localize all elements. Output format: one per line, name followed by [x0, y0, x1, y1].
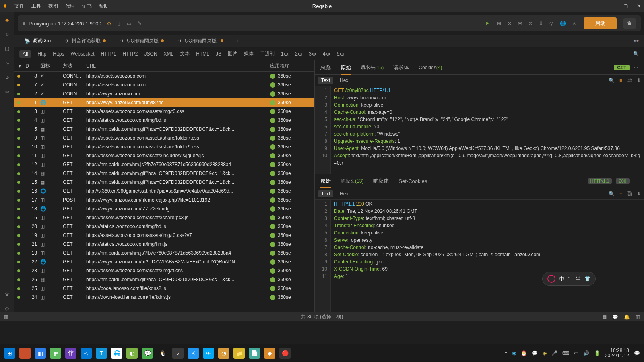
start-icon[interactable]: ⊞	[4, 348, 15, 359]
filter-search-icon[interactable]: 🔍	[633, 51, 639, 57]
launch-button[interactable]: 启动	[584, 17, 617, 29]
taskbar-app-9[interactable]: ◔	[218, 348, 229, 359]
explorer-icon[interactable]: 📁	[233, 348, 245, 359]
rail-history-icon[interactable]: ↺	[5, 75, 9, 80]
resp-wrap-icon[interactable]: ≡	[619, 191, 622, 197]
tab-resp-headers[interactable]: 响应头(13)	[341, 174, 363, 188]
capture-tab-2[interactable]: ✈QQ邮箱网页版	[114, 35, 170, 47]
menu-help[interactable]: 帮助	[99, 3, 109, 10]
wrap-icon[interactable]: ≡	[619, 78, 622, 83]
status-layout-icon[interactable]: ▥	[636, 314, 640, 320]
table-row[interactable]: 15▦GEThttps://hm.baidu.com/hm.gif?hca=CE…	[14, 178, 314, 187]
table-row[interactable]: 21◫GEThttps://statics.woozooo.com/img/hm…	[14, 240, 314, 249]
table-row[interactable]: 9◫GEThttps://assets.woozooo.com/assets/s…	[14, 134, 314, 142]
tray-volume-icon[interactable]: 🔊	[583, 350, 589, 356]
ime-lang[interactable]: 中	[559, 276, 564, 282]
table-row[interactable]: 26▦GEThttps://hm.baidu.com/hm.gif?hca=CE…	[14, 275, 314, 284]
filter-icon[interactable]: ✕	[508, 21, 512, 26]
vscode-icon[interactable]: ≺	[80, 348, 92, 359]
tab-raw[interactable]: 原始	[341, 60, 351, 75]
response-raw-viewer[interactable]: 1234567891011 HTTP/1.1 200 OKDate: Tue, …	[315, 200, 644, 312]
rail-crown-icon[interactable]: ♛	[5, 292, 9, 297]
table-row[interactable]: 23◫GEThttps://assets.woozooo.com/assets/…	[14, 266, 314, 275]
tray-battery-icon[interactable]: 🔋	[594, 350, 600, 356]
tab-add-icon[interactable]: +	[231, 38, 244, 44]
rail-home-icon[interactable]: ◆	[5, 17, 9, 23]
tray-chevron-icon[interactable]: ^	[505, 350, 507, 356]
music-icon[interactable]: ♪	[172, 348, 184, 359]
table-row[interactable]: 5▦GEThttps://hm.baidu.com/hm.gif?hca=CE9…	[14, 125, 314, 134]
table-row[interactable]: 24◫GEThttps://down-load.lanrar.com/file/…	[14, 293, 314, 302]
menu-file[interactable]: 文件	[14, 3, 24, 10]
table-row[interactable]: 18🌐GEThttps://wwyv.lanzouv.com/iZZtZ2eli…	[14, 204, 314, 213]
notifications-icon[interactable]: 💬	[634, 350, 640, 356]
tray-app-3-icon[interactable]: ◉	[543, 350, 547, 356]
record-icon[interactable]: 🔴	[279, 348, 291, 359]
column-app[interactable]: 应用程序	[270, 62, 314, 69]
resp-subtab-hex[interactable]: Hex	[336, 190, 351, 197]
tab-req-body[interactable]: 请求体	[393, 60, 409, 75]
rail-explorer-icon[interactable]: ⎋	[6, 31, 8, 37]
table-row[interactable]: 17◫POSThttps://wwyv.lanzouv.com/filemore…	[14, 195, 314, 204]
taskbar-app-2[interactable]: ◧	[35, 348, 46, 359]
taskbar-app-4[interactable]: 作	[65, 348, 76, 359]
filter-js[interactable]: JS	[216, 51, 221, 57]
tab-overview[interactable]: 总览	[320, 60, 331, 75]
taskbar-app-8[interactable]: ✈	[203, 348, 214, 359]
status-left-icon[interactable]: ▥	[4, 314, 8, 320]
table-row[interactable]: 16🌐GEThttp://s.360.cn/360game/stat.htm?p…	[14, 187, 314, 195]
rail-box-icon[interactable]: ▢	[5, 46, 9, 51]
export-icon[interactable]: ⬇	[637, 78, 641, 83]
incognito-icon[interactable]: 👓	[633, 38, 644, 44]
table-row[interactable]: 1🌐GEThttps://wwyv.lanzouv.com/b0nyl87nc3…	[14, 98, 314, 107]
flag-icon[interactable]: ✱	[518, 21, 522, 26]
ime-shirt-icon[interactable]: 👕	[584, 276, 590, 282]
column-url[interactable]: URL	[86, 63, 270, 69]
warning-icon[interactable]: ⊘	[107, 21, 111, 26]
column-icon[interactable]: 图标	[40, 62, 63, 69]
resp-search-icon[interactable]: 🔍	[609, 191, 615, 197]
request-raw-viewer[interactable]: 12345678910 GET /b0nyl87nc HTTP/1.1Host:…	[315, 86, 644, 174]
resp-export-icon[interactable]: ⬇	[637, 191, 641, 197]
filter-2xx[interactable]: 2xx	[295, 51, 303, 57]
table-row[interactable]: 14▦GEThttps://hm.baidu.com/hm.gif?hca=CE…	[14, 169, 314, 178]
tab-set-cookies[interactable]: Set-Cookies	[398, 174, 427, 188]
maximize-icon[interactable]: ▢	[623, 3, 628, 9]
tab-resp-body[interactable]: 响应体	[373, 174, 389, 188]
search-icon[interactable]: 🔍	[609, 78, 615, 83]
filter-http2[interactable]: HTTP2	[123, 51, 138, 57]
menu-cert[interactable]: 证书	[82, 3, 92, 10]
filter-5xx[interactable]: 5xx	[337, 51, 345, 57]
column-id[interactable]: ID	[23, 63, 40, 69]
copy-icon[interactable]: ⿻	[627, 78, 632, 83]
table-row[interactable]: 8✕CONN...https://assets.woozooo.com360se	[14, 72, 314, 80]
table-row[interactable]: 25◫GEThttps://boce.lanosso.com/file/kdns…	[14, 284, 314, 293]
table-row[interactable]: 10◫GEThttps://assets.woozooo.com/assets/…	[14, 142, 314, 151]
filter-3xx[interactable]: 3xx	[309, 51, 316, 57]
menu-view[interactable]: 视图	[48, 3, 58, 10]
filter-websocket[interactable]: Websocket	[70, 51, 94, 57]
tab-cookies[interactable]: Cookies(4)	[419, 60, 442, 75]
capture-tab-3[interactable]: ✈QQ邮箱网页版-	[172, 35, 230, 47]
taskbar-app-6[interactable]: ◐	[126, 348, 138, 359]
filter-xml[interactable]: XML	[164, 51, 174, 57]
qq-icon[interactable]: 🐧	[157, 348, 168, 359]
status-bell-icon[interactable]: 🔔	[624, 314, 630, 320]
status-panel-icon[interactable]: ▦	[602, 314, 607, 320]
taskbar-app-3[interactable]: ▦	[50, 348, 61, 359]
shield2-icon[interactable]: ⛨	[572, 21, 577, 26]
filter-1xx[interactable]: 1xx	[281, 51, 289, 57]
more-icon[interactable]: ⋯	[634, 65, 638, 70]
close-icon[interactable]: ✕	[637, 3, 641, 9]
target-icon[interactable]: ◎	[549, 21, 553, 26]
table-row[interactable]: 6◫GEThttps://assets.woozooo.com/assets/s…	[14, 213, 314, 222]
resp-subtab-text[interactable]: Text	[318, 190, 333, 197]
table-row[interactable]: 22🌐GEThttps://wwyv.lanzouv.com/fn?UDZWPA…	[14, 257, 314, 266]
table-row[interactable]: 3◫GEThttps://assets.woozooo.com/assets/i…	[14, 107, 314, 116]
tray-keyboard-icon[interactable]: ⌨	[562, 350, 569, 356]
globe-icon[interactable]: 🌐	[560, 21, 566, 26]
device-desktop-icon[interactable]: ▭	[127, 21, 131, 26]
shield-icon[interactable]: ⛨	[486, 21, 491, 26]
subtab-hex[interactable]: Hex	[336, 77, 351, 84]
filter-文本[interactable]: 文本	[180, 50, 190, 57]
